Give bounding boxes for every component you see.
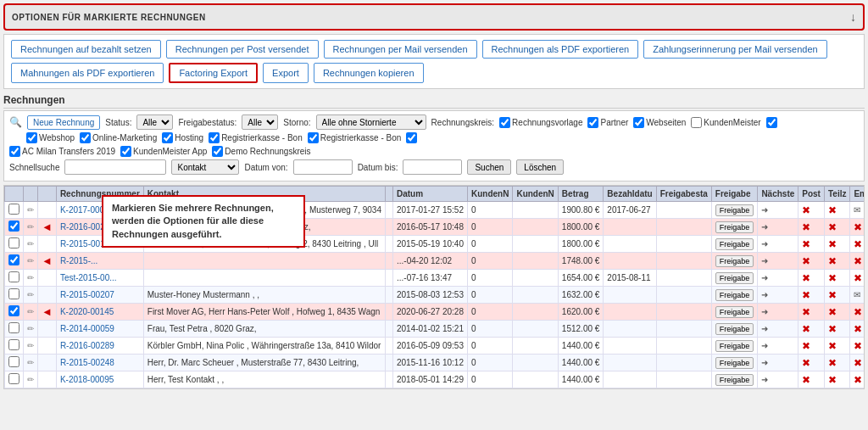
datum-bis-input[interactable] xyxy=(403,159,462,175)
th-datum[interactable]: Datum xyxy=(392,187,467,202)
storno-select[interactable]: Alle ohne Stornierte xyxy=(316,114,426,130)
rechnungsnummer-cell[interactable]: K-2020-00145 xyxy=(56,304,143,321)
edit-cell[interactable]: ✏ xyxy=(24,304,38,321)
cb-registrierkasse-bon[interactable]: Registrierkasse - Bon xyxy=(209,132,303,143)
row-checkbox-cell[interactable] xyxy=(5,219,24,236)
th-freigabe[interactable]: Freigabe xyxy=(711,187,758,202)
row-checkbox[interactable] xyxy=(8,237,19,249)
loeschen-btn[interactable]: Löschen xyxy=(516,159,564,175)
rechnungsnummer[interactable]: R-2015-... xyxy=(60,256,97,265)
cb-ac-milan[interactable]: AC Milan Transfers 2019 xyxy=(9,146,115,157)
cb-hosting[interactable]: Hosting xyxy=(162,132,203,143)
row-checkbox-cell[interactable] xyxy=(5,321,24,338)
row-checkbox-cell[interactable] xyxy=(5,287,24,304)
cb-partner[interactable]: Partner xyxy=(587,117,628,128)
freigabe-btn[interactable]: Freigabe xyxy=(715,238,754,250)
freigabe-btn[interactable]: Freigabe xyxy=(715,221,754,233)
th-bezahldatum[interactable]: Bezahldatu xyxy=(604,187,656,202)
freigabe-cell[interactable]: Freigabe xyxy=(711,270,758,287)
row-checkbox-cell[interactable] xyxy=(5,253,24,270)
btn-factoring-export[interactable]: Factoring Export xyxy=(169,63,258,83)
rechnungsnummer[interactable]: R-2014-00059 xyxy=(60,324,114,333)
kontakt-select[interactable]: Kontakt xyxy=(171,159,239,175)
edit-cell[interactable]: ✏ xyxy=(24,270,38,287)
row-checkbox-cell[interactable] xyxy=(5,371,24,388)
pencil-icon[interactable]: ✏ xyxy=(27,290,34,299)
pencil-icon[interactable]: ✏ xyxy=(27,375,34,384)
row-checkbox[interactable] xyxy=(8,339,19,350)
cb-online-marketing[interactable]: Online-Marketing xyxy=(80,132,157,143)
cb-registrierkasse-bon3[interactable] xyxy=(406,132,419,143)
edit-cell[interactable]: ✏ xyxy=(24,219,38,236)
row-checkbox[interactable] xyxy=(8,322,19,333)
freigabe-btn[interactable]: Freigabe xyxy=(715,340,754,352)
row-checkbox[interactable] xyxy=(8,254,19,265)
th-email[interactable]: Email xyxy=(850,187,865,202)
rechnungsnummer[interactable]: K-2020-00145 xyxy=(60,307,114,316)
rechnungsnummer-cell[interactable]: R-2015-00207 xyxy=(56,287,143,304)
freigabestatus-select[interactable]: Alle xyxy=(242,114,278,130)
rechnungsnummer[interactable]: Test-2015-00... xyxy=(60,273,117,282)
status-select[interactable]: Alle xyxy=(136,114,173,130)
btn-export[interactable]: Export xyxy=(263,63,309,83)
btn-mahnungen-pdf[interactable]: Mahnungen als PDF exportieren xyxy=(11,63,164,83)
row-checkbox[interactable] xyxy=(8,204,19,215)
freigabe-cell[interactable]: Freigabe xyxy=(711,338,758,355)
schnellsuche-input[interactable] xyxy=(64,159,166,175)
freigabe-btn[interactable]: Freigabe xyxy=(715,272,754,284)
cb-kundenmeister-app[interactable]: KundenMeister App xyxy=(120,146,207,157)
rechnungsnummer[interactable]: R-2015-00207 xyxy=(60,290,114,299)
row-checkbox-cell[interactable] xyxy=(5,338,24,355)
edit-cell[interactable]: ✏ xyxy=(24,236,38,253)
cb-registrierkasse-bon2[interactable]: Registrierkasse - Bon xyxy=(308,132,402,143)
freigabe-cell[interactable]: Freigabe xyxy=(711,253,758,270)
freigabe-cell[interactable]: Freigabe xyxy=(711,236,758,253)
row-checkbox[interactable] xyxy=(8,288,19,299)
th-teilz[interactable]: Teilz xyxy=(824,187,849,202)
btn-bezahlt-setzen[interactable]: Rechnungen auf bezahlt setzen xyxy=(11,40,161,59)
pencil-icon[interactable]: ✏ xyxy=(27,239,34,249)
freigabe-btn[interactable]: Freigabe xyxy=(715,374,754,386)
rechnungsnummer-cell[interactable]: R-2016-00289 xyxy=(56,338,143,355)
th-betrag[interactable]: Betrag xyxy=(558,187,604,202)
btn-mail-versenden[interactable]: Rechnungen per Mail versenden xyxy=(324,40,477,59)
rechnungsnummer[interactable]: K-2018-00095 xyxy=(60,375,114,384)
cb-webshop[interactable]: Webshop xyxy=(26,132,75,143)
freigabe-btn[interactable]: Freigabe xyxy=(715,255,754,267)
pencil-icon[interactable]: ✏ xyxy=(27,324,34,333)
cb-webseiten[interactable]: Webseiten xyxy=(633,117,686,128)
cb-kundenmeister[interactable]: KundenMeister xyxy=(691,117,760,128)
rechnungsnummer[interactable]: R-2016-00289 xyxy=(60,341,114,350)
suchen-btn[interactable]: Suchen xyxy=(467,159,511,175)
freigabe-cell[interactable]: Freigabe xyxy=(711,304,758,321)
rechnungsnummer-cell[interactable]: K-2018-00095 xyxy=(56,371,143,388)
freigabe-btn[interactable]: Freigabe xyxy=(715,306,754,318)
cb-kundenmeister2[interactable] xyxy=(766,117,779,128)
pencil-icon[interactable]: ✏ xyxy=(27,273,34,282)
row-checkbox-cell[interactable] xyxy=(5,270,24,287)
th-naechste[interactable]: Nächste xyxy=(758,187,798,202)
btn-rechnungen-kopieren[interactable]: Rechnungen kopieren xyxy=(314,63,424,83)
pencil-icon[interactable]: ✏ xyxy=(27,222,34,232)
pencil-icon[interactable]: ✏ xyxy=(27,307,34,316)
edit-cell[interactable]: ✏ xyxy=(24,371,38,388)
edit-cell[interactable]: ✏ xyxy=(24,287,38,304)
row-checkbox[interactable] xyxy=(8,373,19,384)
row-checkbox[interactable] xyxy=(8,271,19,282)
btn-pdf-exportieren[interactable]: Rechnungen als PDF exportieren xyxy=(482,40,639,59)
freigabe-btn[interactable]: Freigabe xyxy=(715,289,754,301)
row-checkbox-cell[interactable] xyxy=(5,236,24,253)
row-checkbox-cell[interactable] xyxy=(5,355,24,371)
freigabe-cell[interactable]: Freigabe xyxy=(711,287,758,304)
row-checkbox-cell[interactable] xyxy=(5,304,24,321)
rechnungsnummer-cell[interactable]: Test-2015-00... xyxy=(56,270,143,287)
edit-cell[interactable]: ✏ xyxy=(24,321,38,338)
btn-zahlungserinnerung[interactable]: Zahlungserinnerung per Mail versenden xyxy=(643,40,826,59)
freigabe-cell[interactable]: Freigabe xyxy=(711,371,758,388)
row-checkbox-cell[interactable] xyxy=(5,202,24,219)
cb-demo-rechnungskreis[interactable]: Demo Rechnungskreis xyxy=(212,146,310,157)
pencil-icon[interactable]: ✏ xyxy=(27,358,34,367)
datum-von-input[interactable] xyxy=(293,159,353,175)
cb-rechnungsvorlage[interactable]: Rechnungsvorlage xyxy=(499,117,582,128)
pencil-icon[interactable]: ✏ xyxy=(27,205,34,215)
